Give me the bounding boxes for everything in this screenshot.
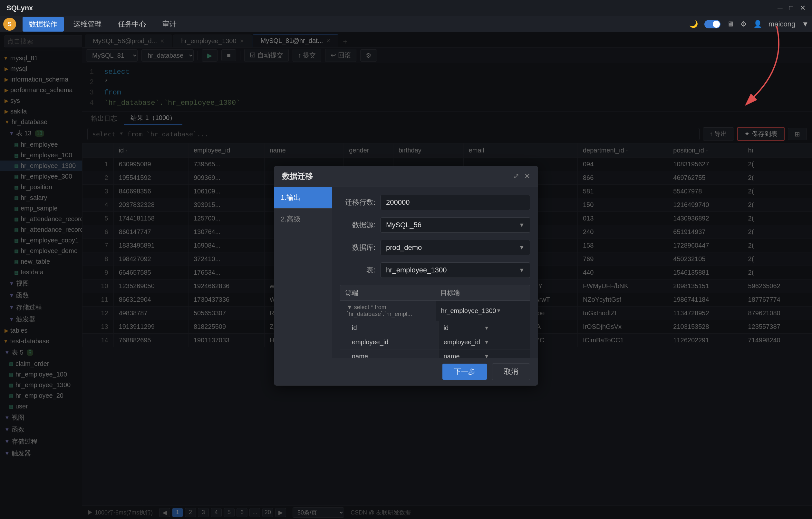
mapping-row-id: id id ▼ [340, 321, 530, 335]
title-bar: SQLynx ─ □ ✕ [0, 0, 812, 16]
chevron-down-icon: ▼ [496, 308, 525, 313]
mapping-dst-id[interactable]: id ▼ [439, 321, 530, 335]
field-select-table[interactable]: hr_employee_1300 ▼ [381, 263, 530, 278]
dialog-body: 1.输出 2.高级 迁移行数: 数据源: MySQL_56 ▼ [274, 187, 538, 358]
mapping-rows: ▼ select * from `hr_database`.`hr_empl..… [340, 301, 530, 358]
field-label-count: 迁移行数: [340, 198, 375, 207]
dialog-expand-icon[interactable]: ⤢ [513, 172, 519, 181]
field-label-db: 数据库: [340, 243, 375, 252]
moon-icon[interactable]: 🌙 [689, 20, 698, 28]
monitor-icon[interactable]: 🖥 [727, 20, 734, 28]
menu-bar: S 数据操作 运维管理 任务中心 审计 🌙 🖥 ⚙ 👤 maicong ▼ [0, 16, 812, 32]
field-row-db: 数据库: prod_demo ▼ [340, 240, 530, 255]
mapping-area: 源端 目标端 ▼ select * from `hr_database`.`hr… [340, 285, 530, 358]
mapping-src-query: ▼ select * from `hr_database`.`hr_empl..… [340, 301, 436, 321]
field-row-count: 迁移行数: [340, 195, 530, 210]
mapping-row-emp-id: employee_id employee_id ▼ [340, 335, 530, 350]
mapping-src-name: name [340, 350, 439, 358]
win-controls: ─ □ ✕ [778, 4, 806, 12]
mapping-group-row: ▼ select * from `hr_database`.`hr_empl..… [340, 301, 530, 321]
field-input-count[interactable] [381, 195, 530, 210]
migration-dialog: 数据迁移 ⤢ ✕ 1.输出 2.高级 迁移行数: 数据源: [274, 166, 538, 386]
dialog-close-icon[interactable]: ✕ [524, 172, 530, 181]
mapping-header: 源端 目标端 [340, 285, 530, 301]
chevron-down-icon[interactable]: ▼ [802, 20, 809, 28]
dialog-title: 数据迁移 [282, 171, 313, 182]
username[interactable]: maicong [768, 20, 795, 28]
chevron-down-icon: ▼ [484, 339, 525, 345]
mapping-row-name: name name ▼ [340, 350, 530, 358]
dst-name: name [444, 353, 484, 358]
app-title: SQLynx [6, 4, 33, 12]
menu-audit[interactable]: 审计 [156, 17, 183, 32]
settings-icon[interactable]: ⚙ [741, 20, 747, 28]
field-select-source[interactable]: MySQL_56 ▼ [381, 217, 530, 233]
menu-ops-mgmt[interactable]: 运维管理 [67, 17, 108, 32]
chevron-down-icon: ▼ [519, 244, 525, 251]
dialog-nav: 1.输出 2.高级 [274, 187, 332, 358]
dialog-content: 迁移行数: 数据源: MySQL_56 ▼ 数据库: prod_demo [332, 187, 538, 358]
field-label-table: 表: [340, 265, 375, 275]
chevron-down-icon: ▼ [519, 267, 525, 274]
dialog-nav-advanced[interactable]: 2.高级 [274, 209, 332, 230]
dialog-header: 数据迁移 ⤢ ✕ [274, 166, 538, 187]
mapping-src-emp-id: employee_id [340, 335, 439, 349]
mapping-col-dst-label: 目标端 [435, 285, 530, 300]
mapping-dst-emp-id[interactable]: employee_id ▼ [439, 335, 530, 349]
mapping-src-id: id [340, 321, 439, 335]
chevron-down-icon: ▼ [484, 354, 525, 358]
theme-toggle[interactable] [704, 20, 721, 28]
chevron-down-icon: ▼ [484, 325, 525, 331]
mapping-dst-table[interactable]: hr_employee_1300 ▼ [436, 301, 530, 321]
app-logo: S [3, 18, 16, 31]
dialog-nav-output[interactable]: 1.输出 [274, 187, 332, 209]
dialog-footer: 下一步 取消 [274, 358, 538, 385]
dst-emp-id: employee_id [444, 338, 484, 346]
menu-data-ops[interactable]: 数据操作 [23, 17, 64, 32]
next-btn[interactable]: 下一步 [442, 364, 487, 380]
menu-task-center[interactable]: 任务中心 [112, 17, 153, 32]
field-row-source: 数据源: MySQL_56 ▼ [340, 217, 530, 233]
user-icon[interactable]: 👤 [753, 20, 762, 28]
field-row-table: 表: hr_employee_1300 ▼ [340, 263, 530, 278]
mapping-col-src-label: 源端 [340, 285, 435, 300]
db-value: prod_demo [386, 243, 422, 252]
win-close-btn[interactable]: ✕ [800, 4, 806, 12]
dialog-controls: ⤢ ✕ [513, 172, 530, 181]
field-label-source: 数据源: [340, 220, 375, 230]
cancel-btn[interactable]: 取消 [492, 363, 530, 380]
win-max-btn[interactable]: □ [789, 4, 793, 12]
modal-overlay[interactable]: 数据迁移 ⤢ ✕ 1.输出 2.高级 迁移行数: 数据源: [0, 32, 812, 519]
chevron-down-icon: ▼ [519, 222, 525, 228]
win-min-btn[interactable]: ─ [778, 4, 783, 12]
mapping-dst-value: hr_employee_1300 [441, 307, 496, 315]
source-value: MySQL_56 [386, 221, 422, 229]
table-value: hr_employee_1300 [386, 266, 446, 274]
right-icons: 🌙 🖥 ⚙ 👤 maicong ▼ [689, 20, 809, 28]
mapping-dst-name[interactable]: name ▼ [439, 350, 530, 358]
field-select-db[interactable]: prod_demo ▼ [381, 240, 530, 255]
dst-id: id [444, 324, 484, 332]
